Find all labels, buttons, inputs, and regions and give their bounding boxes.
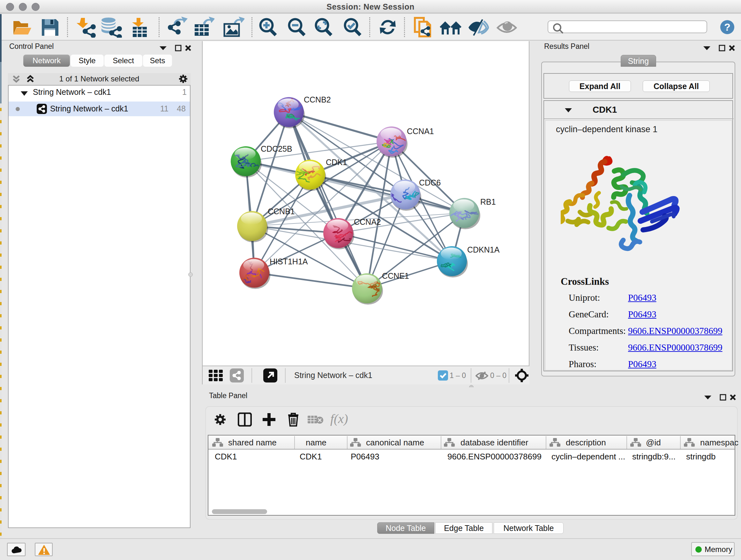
svg-text:CDC6: CDC6: [419, 178, 441, 187]
svg-text:CDKN1A: CDKN1A: [467, 245, 500, 254]
svg-text:HIST1H1A: HIST1H1A: [270, 257, 308, 266]
svg-text:CCNE1: CCNE1: [382, 271, 409, 280]
svg-text:?: ?: [724, 21, 731, 33]
svg-text:CCNB1: CCNB1: [268, 207, 295, 216]
svg-text:CCNA1: CCNA1: [407, 127, 434, 136]
svg-text:CDK1: CDK1: [326, 158, 347, 167]
svg-text:RB1: RB1: [480, 197, 496, 206]
svg-text:CCNB2: CCNB2: [304, 95, 331, 104]
svg-text:CDC25B: CDC25B: [261, 144, 292, 153]
svg-text:CCNA2: CCNA2: [354, 217, 381, 226]
